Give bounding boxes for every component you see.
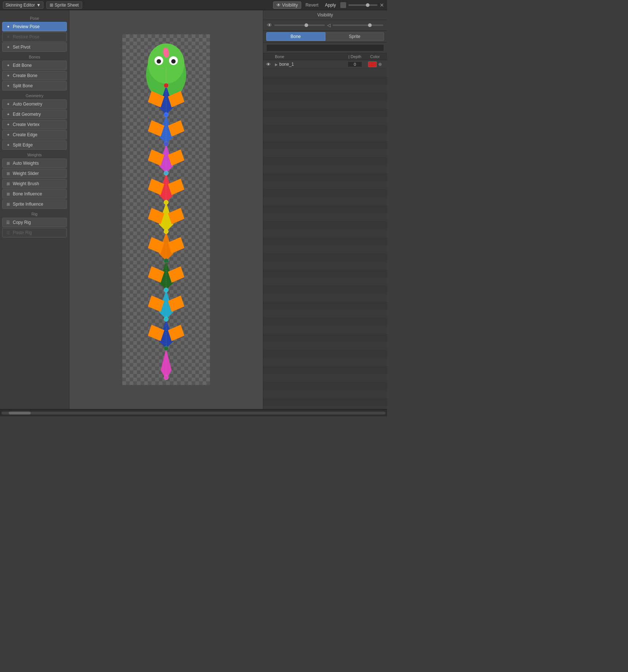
svg-marker-17 [148,179,164,195]
weight-slider-icon: ⊞ [5,171,11,176]
sprite-influence-icon: ⊞ [5,202,11,207]
auto-weights-label: Auto Weights [13,161,39,166]
bottom-scrollbar [0,409,387,416]
svg-marker-14 [148,149,164,166]
edit-geometry-icon: ✦ [5,112,11,117]
col-depth-header: | Depth [344,54,366,59]
svg-point-5 [171,59,176,64]
vis-slider-left-thumb [305,23,308,27]
bone-influence-btn[interactable]: ⊞ Bone Influence [2,189,67,199]
tab-sprite[interactable]: Sprite [325,32,384,41]
top-bar-right: 👁 Visibility Revert Apply ✕ [273,1,384,9]
paste-rig-label: Paste Rig [13,230,32,235]
vis-slider-right-thumb [368,23,372,27]
editor-label: Skinning Editor [5,3,35,8]
svg-marker-32 [148,325,164,341]
svg-point-37 [164,142,168,146]
color-indicator [340,2,346,8]
visibility-btn[interactable]: 👁 Visibility [273,1,301,9]
svg-marker-29 [148,295,164,312]
svg-marker-11 [148,120,164,137]
paste-rig-btn[interactable]: ☰ Paste Rig [2,228,67,237]
svg-marker-8 [148,91,164,107]
top-slider[interactable] [348,4,378,6]
restore-pose-label: Restore Pose [13,34,39,39]
bone-search-input[interactable] [266,44,384,51]
eyedropper-icon[interactable]: ⊕ [378,62,382,67]
svg-marker-21 [168,208,184,224]
create-bone-btn[interactable]: ✦ Create Bone [2,71,67,80]
svg-marker-12 [168,120,184,137]
revert-btn[interactable]: Revert [303,2,321,8]
svg-marker-7 [159,85,173,115]
create-vertex-label: Create Vertex [13,122,39,127]
center-canvas[interactable] [69,10,263,409]
svg-marker-9 [168,91,184,107]
bone-eye-toggle[interactable]: 👁 [266,62,275,67]
bone-color-swatch[interactable] [368,61,377,67]
auto-geometry-btn[interactable]: ✦ Auto Geometry [2,99,67,109]
pose-section-title: Pose [2,16,67,20]
vis-slider-left[interactable] [274,24,325,26]
apply-btn[interactable]: Apply [323,2,338,8]
create-vertex-btn[interactable]: ✦ Create Vertex [2,120,67,129]
set-pivot-icon: ✦ [5,45,11,50]
weight-slider-btn[interactable]: ⊞ Weight Slider [2,169,67,178]
tab-bone[interactable]: Bone [266,32,325,41]
bone-name-label: bone_1 [279,62,294,67]
bone-influence-label: Bone Influence [13,191,42,196]
edit-bone-icon: ✦ [5,63,11,68]
copy-rig-btn[interactable]: ☰ Copy Rig [2,218,67,227]
top-bar: Skinning Editor ▼ ⊞ Sprite Sheet 👁 Visib… [0,0,387,10]
sprite-sheet-btn[interactable]: ⊞ Sprite Sheet [46,1,82,9]
svg-point-35 [164,83,168,88]
svg-point-43 [164,317,168,321]
sprite-influence-label: Sprite Influence [13,202,43,207]
edit-bone-label: Edit Bone [13,63,32,68]
editor-dropdown[interactable]: Skinning Editor ▼ [3,1,43,9]
split-bone-icon: ✦ [5,84,11,88]
svg-marker-18 [168,179,184,195]
sprite-sheet-label: Sprite Sheet [55,3,79,8]
bone-name-cell: ▶ bone_1 [275,62,344,67]
bone-sprite-tabs: Bone Sprite [263,31,387,43]
bone-color-cell: ⊕ [366,61,384,67]
weight-brush-label: Weight Brush [13,181,39,186]
weight-brush-btn[interactable]: ⊞ Weight Brush [2,179,67,188]
svg-marker-34 [161,348,172,379]
bone-expand-icon[interactable]: ▶ [275,62,278,66]
edit-geometry-btn[interactable]: ✦ Edit Geometry [2,110,67,119]
vis-slider-right[interactable] [333,24,383,26]
create-edge-icon: ✦ [5,133,11,137]
split-edge-btn[interactable]: ✦ Split Edge [2,140,67,150]
auto-geometry-label: Auto Geometry [13,102,42,107]
vis-left-icon: 👁 [267,22,272,28]
preview-pose-btn[interactable]: ✦ Preview Pose [2,22,67,31]
right-panel-title: Visibility [263,10,387,20]
scrollbar-track[interactable] [1,412,386,415]
preview-pose-icon: ✦ [5,24,11,29]
eye-open-icon: 👁 [266,62,271,67]
auto-weights-icon: ⊞ [5,161,11,166]
svg-marker-19 [159,202,173,232]
vis-arrow-icon: ◁ [327,23,330,28]
split-bone-btn[interactable]: ✦ Split Bone [2,81,67,91]
svg-point-44 [164,346,168,351]
svg-marker-30 [168,295,184,312]
svg-marker-25 [159,261,173,290]
bone-depth-input[interactable] [348,61,362,67]
sprite-influence-btn[interactable]: ⊞ Sprite Influence [2,199,67,209]
col-bone-header: Bone [275,54,344,59]
restore-pose-btn[interactable]: ✦ Restore Pose [2,32,67,42]
svg-marker-15 [168,149,184,166]
split-edge-icon: ✦ [5,143,11,148]
edit-bone-btn[interactable]: ✦ Edit Bone [2,61,67,70]
create-edge-btn[interactable]: ✦ Create Edge [2,130,67,140]
auto-weights-btn[interactable]: ⊞ Auto Weights [2,159,67,168]
set-pivot-btn[interactable]: ✦ Set Pivot [2,42,67,52]
svg-point-45 [164,375,168,380]
scrollbar-thumb [9,412,31,415]
svg-point-4 [157,59,161,64]
table-row: 👁 ▶ bone_1 ⊕ [263,60,387,69]
close-icon[interactable]: ✕ [380,2,384,8]
